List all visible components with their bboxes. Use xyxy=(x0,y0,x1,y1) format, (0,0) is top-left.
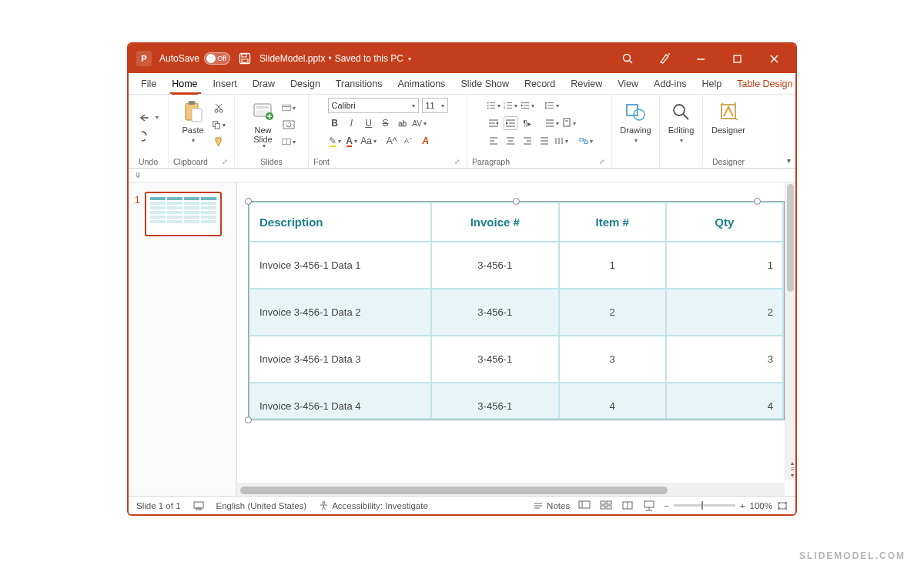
line-spacing-button[interactable]: ▾ xyxy=(545,99,559,112)
sorter-view-button[interactable] xyxy=(599,500,613,512)
numbering-button[interactable]: 123▾ xyxy=(504,99,517,112)
document-title[interactable]: SlideModel.pptx • Saved to this PC ▾ xyxy=(259,53,411,64)
columns-button[interactable]: ▾ xyxy=(554,134,568,148)
paragraph-launcher[interactable]: ⤢ xyxy=(599,158,607,166)
clear-format-button[interactable]: A xyxy=(419,134,433,148)
maximize-button[interactable] xyxy=(732,54,748,64)
collapse-ribbon-button[interactable]: ▾ xyxy=(787,156,791,165)
selected-table-frame[interactable]: Description Invoice # Item # Qty Invoice… xyxy=(248,201,785,420)
designer-button[interactable]: Designer xyxy=(708,98,748,136)
font-color-button[interactable]: A▾ xyxy=(345,134,359,148)
resize-handle[interactable] xyxy=(245,416,252,423)
tab-table-design[interactable]: Table Design xyxy=(731,73,797,94)
vertical-scroll-thumb[interactable] xyxy=(787,184,794,292)
align-left-button[interactable] xyxy=(487,134,500,148)
tab-view[interactable]: View xyxy=(611,73,644,94)
reading-view-button[interactable] xyxy=(621,500,634,512)
bold-button[interactable]: B xyxy=(328,116,342,130)
increase-indent-button[interactable] xyxy=(504,116,517,130)
tab-addins[interactable]: Add-ins xyxy=(648,73,692,94)
table-row[interactable]: Invoice 3-456-1 Data 1 3-456-1 1 1 xyxy=(249,242,783,289)
align-right-button[interactable] xyxy=(521,134,534,148)
align-center-button[interactable] xyxy=(504,134,517,148)
section-button[interactable]: ▾ xyxy=(282,135,296,149)
cut-button[interactable] xyxy=(212,101,226,115)
tab-record[interactable]: Record xyxy=(518,73,561,94)
slideshow-view-button[interactable] xyxy=(642,500,656,512)
shadow-button[interactable]: ab xyxy=(396,116,410,130)
zoom-control[interactable]: − + 100% xyxy=(664,501,788,510)
save-icon[interactable] xyxy=(238,52,252,65)
smartart-button[interactable]: ▾ xyxy=(579,134,593,148)
redo-button[interactable] xyxy=(138,129,159,143)
change-case-button[interactable]: Aa▾ xyxy=(362,134,376,148)
minimize-button[interactable] xyxy=(695,53,711,64)
autosave-toggle[interactable]: AutoSave Off xyxy=(159,52,230,65)
ltr-button[interactable]: ¶▸ xyxy=(521,116,534,130)
editing-button[interactable]: Editing▾ xyxy=(665,98,698,146)
zoom-level[interactable]: 100% xyxy=(750,501,772,510)
format-painter-button[interactable] xyxy=(212,135,226,149)
horizontal-scroll-thumb[interactable] xyxy=(240,487,668,494)
text-direction-button[interactable]: ▾ xyxy=(562,116,576,130)
tab-help[interactable]: Help xyxy=(695,73,728,94)
close-button[interactable] xyxy=(769,54,785,64)
clipboard-launcher[interactable]: ⤢ xyxy=(222,158,229,166)
highlight-button[interactable]: ✎▾ xyxy=(328,134,342,148)
shrink-font-button[interactable]: A˅ xyxy=(402,134,416,148)
autosave-switch[interactable]: Off xyxy=(204,52,230,65)
font-size-select[interactable]: 11▾ xyxy=(422,98,448,113)
language-status[interactable]: English (United States) xyxy=(216,501,307,510)
brush-icon[interactable] xyxy=(658,52,674,65)
thumbnail-panel[interactable]: 1 xyxy=(129,182,236,496)
vertical-scrollbar[interactable]: ▴≡▾ xyxy=(785,182,795,480)
slide-canvas[interactable]: Description Invoice # Item # Qty Invoice… xyxy=(236,182,795,496)
new-slide-button[interactable]: New Slide ▾ xyxy=(248,98,279,151)
grow-font-button[interactable]: A^ xyxy=(385,134,399,148)
tab-review[interactable]: Review xyxy=(564,73,608,94)
resize-handle[interactable] xyxy=(513,198,520,205)
horizontal-scrollbar[interactable] xyxy=(237,483,785,496)
font-launcher[interactable]: ⤢ xyxy=(454,158,462,166)
table-row[interactable]: Invoice 3-456-1 Data 4 3-456-1 4 4 xyxy=(249,383,783,419)
font-name-select[interactable]: Calibri▾ xyxy=(328,98,419,113)
justify-button[interactable] xyxy=(537,134,551,148)
copy-button[interactable]: ▾ xyxy=(212,118,226,132)
layout-button[interactable]: ▾ xyxy=(282,101,296,115)
notes-icon[interactable] xyxy=(193,501,204,510)
table-row[interactable]: Invoice 3-456-1 Data 2 3-456-1 2 2 xyxy=(249,289,783,336)
undo-button[interactable]: ▾ xyxy=(138,111,159,125)
reset-button[interactable] xyxy=(282,118,296,132)
pin-icon[interactable]: ⤋ xyxy=(135,171,141,179)
decrease-indent-button[interactable] xyxy=(487,116,500,130)
italic-button[interactable]: I xyxy=(345,116,359,130)
bullets-button[interactable]: ▾ xyxy=(487,99,500,112)
char-spacing-button[interactable]: AV▾ xyxy=(413,116,427,130)
zoom-out-button[interactable]: − xyxy=(664,501,669,510)
slide-counter[interactable]: Slide 1 of 1 xyxy=(136,501,181,510)
strike-button[interactable]: S xyxy=(379,116,393,130)
tab-design[interactable]: Design xyxy=(284,73,326,94)
notes-toggle[interactable]: Notes xyxy=(533,501,570,510)
indent-button[interactable]: ▾ xyxy=(521,99,534,112)
resize-handle[interactable] xyxy=(754,198,761,205)
tab-file[interactable]: File xyxy=(135,73,162,94)
slide-nav-arrows[interactable]: ▴≡▾ xyxy=(791,460,795,479)
tab-transitions[interactable]: Transitions xyxy=(330,73,389,94)
underline-button[interactable]: U xyxy=(362,116,376,130)
zoom-slider[interactable] xyxy=(674,504,735,507)
slide-thumbnail-1[interactable] xyxy=(145,192,222,236)
resize-handle[interactable] xyxy=(245,198,252,205)
zoom-in-button[interactable]: + xyxy=(740,501,745,510)
search-icon[interactable] xyxy=(621,52,637,65)
tab-home[interactable]: Home xyxy=(166,73,203,94)
accessibility-status[interactable]: Accessibility: Investigate xyxy=(319,500,428,510)
tab-animations[interactable]: Animations xyxy=(392,73,452,94)
fit-window-button[interactable] xyxy=(777,501,788,510)
normal-view-button[interactable] xyxy=(578,500,591,512)
align-text-button[interactable]: ▾ xyxy=(545,116,559,130)
paste-button[interactable]: Paste▾ xyxy=(178,98,209,146)
drawing-button[interactable]: Drawing▾ xyxy=(617,98,654,146)
table-row[interactable]: Invoice 3-456-1 Data 3 3-456-1 3 3 xyxy=(249,336,783,383)
tab-draw[interactable]: Draw xyxy=(246,73,281,94)
